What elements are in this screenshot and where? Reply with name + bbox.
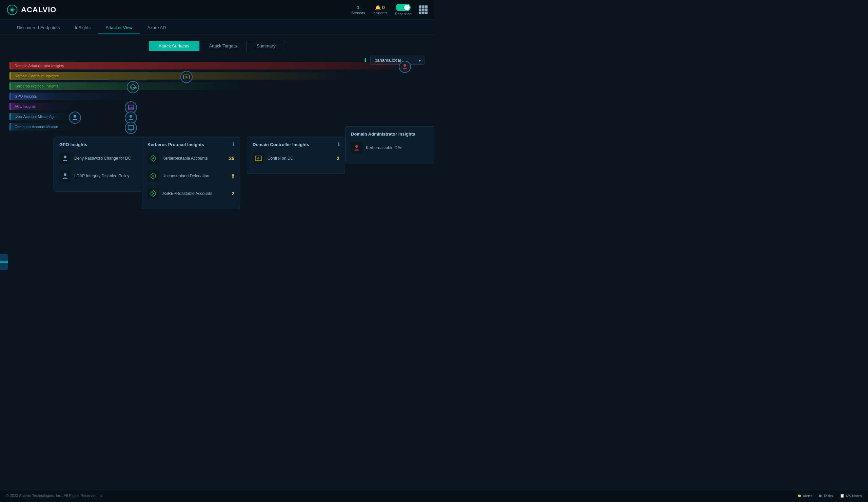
- bar-domain-admin-label: Domain Administrator Insights: [14, 64, 64, 68]
- gpo-row-1-label: Deny Password Change for DC: [74, 156, 140, 161]
- bar-gpo-label: GPO Insights: [14, 94, 37, 98]
- tab-discovered-endpoints[interactable]: Discovered Endpoints: [10, 22, 67, 34]
- bar-domain-controller[interactable]: Domain Controller Insights: [10, 72, 350, 80]
- kerberos-row-1-label: Kerberoastable Accounts: [163, 156, 226, 161]
- svg-point-14: [403, 64, 406, 67]
- sensors-count: 1: [357, 5, 359, 10]
- node-domain-admin[interactable]: [399, 61, 411, 73]
- kerberos-row-2-label: Unconstrained Delegation: [163, 174, 228, 178]
- svg-point-24: [355, 145, 358, 148]
- bar-computer-account-label: Computer Account Miscon…: [14, 125, 62, 129]
- kerberos-row-1-icon: [147, 153, 159, 164]
- svg-rect-10: [130, 130, 132, 130]
- sub-tab-attack-surfaces[interactable]: Attack Surfaces: [149, 41, 199, 51]
- main-content: ⟺ Attack Surfaces Attack Targets Summary…: [0, 34, 434, 489]
- bell-icon: 🔔: [375, 5, 381, 10]
- kerberos-row-3-label: ASREPRoastable Accounts: [163, 191, 228, 196]
- deception-label: Deception: [395, 12, 412, 16]
- bar-acl[interactable]: ACL Insights: [10, 103, 76, 110]
- card-dc-title: Domain Controller Insights ℹ: [252, 142, 339, 147]
- bar-kerberos[interactable]: Kerberos Protocol Insights: [10, 82, 242, 90]
- app-title: ACALVIO: [21, 6, 56, 14]
- kerberos-row-2-icon: [147, 170, 159, 182]
- card-domain-controller: Domain Controller Insights ℹ Control on …: [247, 137, 345, 174]
- gpo-row-2-icon: [59, 170, 71, 182]
- deception-widget[interactable]: Deception: [395, 4, 412, 16]
- gpo-row-1-icon: [59, 153, 71, 164]
- bar-gpo[interactable]: GPO Insights: [10, 93, 142, 100]
- svg-point-5: [74, 115, 76, 118]
- dc-info-icon[interactable]: ℹ: [338, 142, 339, 147]
- grid-menu-icon[interactable]: [419, 6, 428, 14]
- bar-user-account-label: User Account Misconfigs: [14, 115, 55, 119]
- kerberos-row-3[interactable]: ASREPRoastable Accounts 2: [147, 186, 234, 201]
- header: ACALVIO 1 Sensors 🔔 0 Incidents Deceptio…: [0, 0, 434, 20]
- svg-point-15: [64, 156, 66, 158]
- incidents-widget[interactable]: 🔔 0 Incidents: [372, 5, 387, 15]
- dc-row-1-label: Control on DC: [268, 156, 333, 161]
- side-expand-arrow[interactable]: ⟺: [0, 254, 8, 270]
- sub-tab-attack-targets[interactable]: Attack Targets: [199, 41, 247, 51]
- kerberos-row-2[interactable]: Unconstrained Delegation 8: [147, 169, 234, 183]
- svg-point-13: [185, 76, 187, 78]
- svg-point-16: [64, 173, 66, 176]
- svg-text:KRB: KRB: [131, 86, 137, 89]
- gpo-row-2-label: LDAP Integrity Disabled Policy: [74, 174, 140, 178]
- bar-computer-account[interactable]: Computer Account Miscon…: [10, 123, 76, 130]
- sensors-label: Sensors: [351, 11, 365, 15]
- bar-user-account[interactable]: User Account Misconfigs: [10, 113, 76, 120]
- header-controls: 1 Sensors 🔔 0 Incidents Deception: [351, 4, 428, 16]
- kerberos-row-3-count: 2: [231, 191, 234, 196]
- card-kerberos-title: Kerberos Protocol Insights ℹ: [147, 142, 234, 147]
- svg-point-19: [152, 175, 154, 177]
- sub-tab-summary[interactable]: Summary: [247, 41, 286, 51]
- card-gpo: GPO Insights ℹ Deny Password Change for …: [54, 137, 152, 191]
- card-kerberos: Kerberos Protocol Insights ℹ Kerberoasta…: [142, 137, 240, 209]
- node-kerberos[interactable]: KRB: [127, 81, 139, 93]
- viz-area: Domain Administrator Insights Domain Con…: [10, 59, 424, 201]
- bar-domain-controller-label: Domain Controller Insights: [14, 74, 59, 78]
- bar-acl-label: ACL Insights: [14, 104, 35, 108]
- incidents-label: Incidents: [372, 11, 387, 15]
- nav-tabs: Discovered Endpoints InSights Attacker V…: [0, 20, 434, 34]
- logo[interactable]: ACALVIO: [6, 4, 56, 16]
- sub-tabs: Attack Surfaces Attack Targets Summary: [10, 41, 424, 51]
- svg-text:ACL: ACL: [129, 106, 134, 109]
- node-gpo[interactable]: [69, 112, 81, 124]
- kerberos-row-2-count: 8: [231, 173, 234, 179]
- logo-icon: [6, 4, 18, 16]
- node-computer-account[interactable]: [125, 122, 137, 134]
- incidents-count: 🔔 0: [375, 5, 385, 10]
- da-row-1[interactable]: Kerberoastable DAs: [351, 141, 431, 155]
- tab-insights[interactable]: InSights: [67, 22, 98, 34]
- svg-point-8: [130, 115, 132, 118]
- kerberos-row-1[interactable]: Kerberoastable Accounts 26: [147, 151, 234, 165]
- gpo-row-2[interactable]: LDAP Integrity Disabled Policy 1: [59, 169, 146, 183]
- bar-kerberos-label: Kerberos Protocol Insights: [14, 84, 58, 88]
- tab-attacker-view[interactable]: Attacker View: [98, 22, 140, 34]
- da-row-1-label: Kerberoastable DAs: [366, 145, 427, 150]
- dc-row-1-count: 2: [337, 156, 339, 161]
- card-da-title: Domain Administrator Insights: [351, 132, 431, 137]
- dc-row-1-icon: [252, 153, 264, 164]
- tab-azure-ad[interactable]: Azure AD: [140, 22, 174, 34]
- svg-point-23: [257, 157, 259, 159]
- kerberos-row-3-icon: [147, 188, 159, 199]
- sensors-widget[interactable]: 1 Sensors: [351, 5, 365, 15]
- kerberos-row-1-count: 26: [229, 156, 234, 161]
- node-domain-controller[interactable]: [180, 71, 193, 83]
- bar-domain-admin[interactable]: Domain Administrator Insights: [10, 62, 424, 70]
- da-row-1-icon: [351, 142, 362, 154]
- gpo-row-1[interactable]: Deny Password Change for DC 1: [59, 151, 146, 165]
- card-domain-admin: Domain Administrator Insights Kerberoast…: [345, 126, 434, 164]
- deception-toggle[interactable]: [396, 4, 411, 11]
- svg-rect-9: [128, 125, 134, 129]
- card-gpo-title: GPO Insights ℹ: [59, 142, 146, 147]
- kerberos-info-icon[interactable]: ℹ: [232, 142, 234, 147]
- dc-row-1[interactable]: Control on DC 2: [252, 151, 339, 165]
